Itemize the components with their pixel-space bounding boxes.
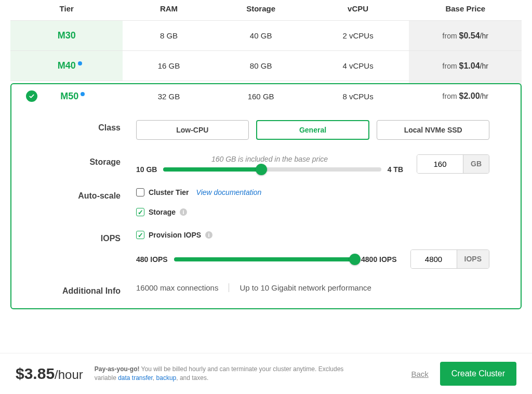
backup-link[interactable]: backup [156,374,177,382]
class-local-nvme[interactable]: Local NVMe SSD [377,120,489,140]
selected-check-icon [26,90,37,102]
class-low-cpu[interactable]: Low-CPU [136,120,249,140]
storage-cell: 40 GB [215,21,307,51]
class-label: Class [11,120,136,133]
storage-cell: 80 GB [215,51,307,81]
max-connections: 16000 max connections [136,283,218,292]
storage-autoscale-label: Storage [149,208,176,216]
create-cluster-button[interactable]: Create Cluster [440,362,516,386]
config-panel: Class Low-CPU General Local NVMe SSD Sto… [10,83,522,309]
tier-name: M50 [60,91,78,101]
iops-unit: IOPS [457,250,489,268]
vcpu-cell: 2 vCPUs [307,21,409,51]
iops-max: 4800 IOPS [361,255,397,264]
tier-name: M30 [58,30,76,41]
vcpu-cell: 4 vCPUs [307,51,409,81]
th-storage: Storage [215,0,307,21]
autoscale-label: Auto-scale [11,188,136,201]
th-ram: RAM [123,0,215,21]
tier-name: M40 [58,60,76,71]
cluster-tier-label: Cluster Tier [149,188,189,196]
storage-slider[interactable] [163,167,381,172]
th-tier: Tier [10,0,123,21]
storage-autoscale-checkbox[interactable] [136,208,144,216]
info-icon[interactable]: i [180,208,187,216]
cluster-tier-checkbox[interactable] [136,188,144,196]
data-transfer-link[interactable]: data transfer [118,374,153,382]
table-row[interactable]: M40 16 GB 80 GB 4 vCPUs from $1.04/hr [10,51,522,81]
iops-slider-thumb[interactable] [349,254,361,265]
additional-info-label: Additional Info [11,283,136,296]
storage-input[interactable] [417,155,463,173]
storage-label: Storage [11,154,136,167]
class-general[interactable]: General [256,120,370,140]
iops-input[interactable] [411,250,457,268]
th-price: Base Price [409,0,522,21]
iops-input-group: IOPS [410,249,489,269]
provision-iops-label: Provision IOPS [149,231,201,239]
total-price: $3.85/hour [16,365,83,383]
th-vcpu: vCPU [307,0,409,21]
info-icon[interactable]: i [205,231,212,239]
provision-iops-checkbox[interactable] [136,231,144,239]
price-cell: from $0.54/hr [409,21,522,51]
ram-cell: 8 GB [123,21,215,51]
storage-input-group: GB [417,154,489,174]
footer-bar: $3.85/hour Pay-as-you-go! You will be bi… [0,353,532,394]
price-cell: from $1.04/hr [409,51,522,81]
ram-cell: 16 GB [123,51,215,81]
footer-text: Pay-as-you-go! You will be billed hourly… [95,365,344,383]
view-documentation-link[interactable]: View documentation [196,188,262,196]
storage-unit: GB [463,155,489,173]
iops-min: 480 IOPS [136,255,168,264]
table-row[interactable]: M30 8 GB 40 GB 2 vCPUs from $0.54/hr [10,21,522,51]
network-performance: Up to 10 Gigabit network performance [240,283,371,292]
storage-hint: 160 GB is included in the base price [136,155,403,163]
storage-min: 10 GB [136,165,157,174]
storage-max: 4 TB [388,165,403,174]
iops-label: IOPS [11,231,136,243]
iops-slider[interactable] [174,257,355,261]
back-link[interactable]: Back [411,370,428,378]
divider [229,283,229,292]
storage-slider-thumb[interactable] [256,164,267,175]
